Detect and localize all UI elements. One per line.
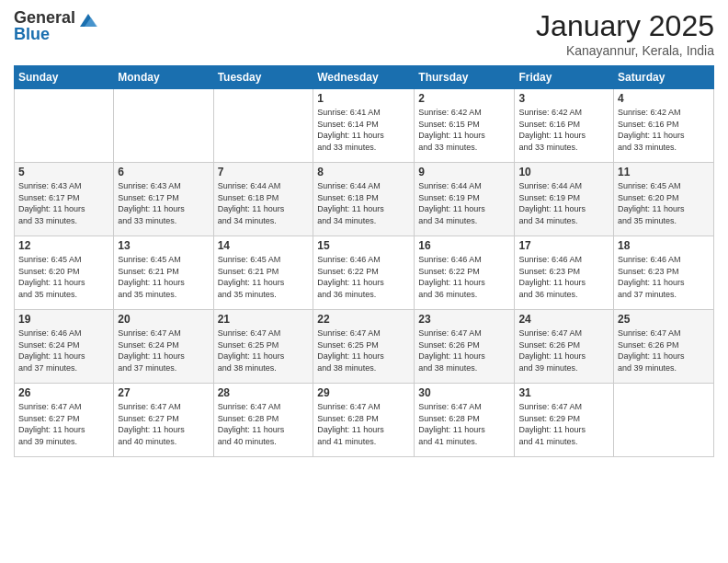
day-number: 22 (317, 313, 410, 326)
day-number: 16 (418, 239, 510, 252)
calendar-cell: 23Sunrise: 6:47 AM Sunset: 6:26 PM Dayli… (415, 310, 515, 384)
day-number: 28 (218, 386, 310, 399)
location: Kanayannur, Kerala, India (536, 43, 714, 58)
page: General Blue January 2025 Kanayannur, Ke… (0, 0, 728, 563)
calendar-cell (213, 89, 313, 163)
calendar-cell: 22Sunrise: 6:47 AM Sunset: 6:25 PM Dayli… (313, 310, 415, 384)
day-info: Sunrise: 6:47 AM Sunset: 6:26 PM Dayligh… (618, 327, 710, 373)
calendar-cell: 31Sunrise: 6:47 AM Sunset: 6:29 PM Dayli… (515, 384, 614, 457)
calendar-cell: 10Sunrise: 6:44 AM Sunset: 6:19 PM Dayli… (515, 163, 614, 236)
calendar-cell: 26Sunrise: 6:47 AM Sunset: 6:27 PM Dayli… (15, 384, 114, 457)
day-info: Sunrise: 6:47 AM Sunset: 6:24 PM Dayligh… (118, 327, 209, 373)
day-info: Sunrise: 6:42 AM Sunset: 6:15 PM Dayligh… (418, 107, 510, 153)
day-number: 25 (618, 313, 710, 326)
calendar-cell: 6Sunrise: 6:43 AM Sunset: 6:17 PM Daylig… (114, 163, 213, 236)
calendar-cell: 16Sunrise: 6:46 AM Sunset: 6:22 PM Dayli… (415, 236, 515, 310)
day-number: 18 (618, 239, 710, 252)
calendar-header-row: Sunday Monday Tuesday Wednesday Thursday… (15, 66, 714, 89)
day-info: Sunrise: 6:46 AM Sunset: 6:23 PM Dayligh… (518, 254, 609, 300)
day-info: Sunrise: 6:44 AM Sunset: 6:19 PM Dayligh… (518, 180, 609, 226)
calendar-cell (15, 89, 114, 163)
logo-blue: Blue (14, 26, 75, 42)
calendar-cell: 3Sunrise: 6:42 AM Sunset: 6:16 PM Daylig… (515, 89, 614, 163)
day-info: Sunrise: 6:44 AM Sunset: 6:18 PM Dayligh… (317, 180, 410, 226)
calendar-cell: 12Sunrise: 6:45 AM Sunset: 6:20 PM Dayli… (15, 236, 114, 310)
day-info: Sunrise: 6:47 AM Sunset: 6:26 PM Dayligh… (418, 327, 510, 373)
calendar-cell: 5Sunrise: 6:43 AM Sunset: 6:17 PM Daylig… (15, 163, 114, 236)
day-info: Sunrise: 6:45 AM Sunset: 6:21 PM Dayligh… (218, 254, 310, 300)
day-info: Sunrise: 6:47 AM Sunset: 6:27 PM Dayligh… (118, 401, 209, 447)
day-info: Sunrise: 6:47 AM Sunset: 6:27 PM Dayligh… (18, 401, 109, 447)
calendar-cell: 4Sunrise: 6:42 AM Sunset: 6:16 PM Daylig… (614, 89, 714, 163)
day-number: 7 (218, 166, 310, 178)
calendar-cell: 14Sunrise: 6:45 AM Sunset: 6:21 PM Dayli… (213, 236, 313, 310)
day-info: Sunrise: 6:45 AM Sunset: 6:20 PM Dayligh… (618, 180, 710, 226)
calendar: Sunday Monday Tuesday Wednesday Thursday… (14, 65, 714, 457)
calendar-cell: 27Sunrise: 6:47 AM Sunset: 6:27 PM Dayli… (114, 384, 213, 457)
month-title: January 2025 (536, 9, 714, 43)
logo-text: General Blue (14, 9, 75, 42)
logo: General Blue (14, 9, 98, 42)
day-info: Sunrise: 6:47 AM Sunset: 6:28 PM Dayligh… (418, 401, 510, 447)
day-number: 6 (118, 166, 209, 178)
title-area: January 2025 Kanayannur, Kerala, India (536, 9, 714, 58)
day-number: 8 (317, 166, 410, 178)
calendar-cell: 29Sunrise: 6:47 AM Sunset: 6:28 PM Dayli… (313, 384, 415, 457)
calendar-cell: 7Sunrise: 6:44 AM Sunset: 6:18 PM Daylig… (213, 163, 313, 236)
day-number: 30 (418, 386, 510, 399)
calendar-cell: 18Sunrise: 6:46 AM Sunset: 6:23 PM Dayli… (614, 236, 714, 310)
calendar-cell: 21Sunrise: 6:47 AM Sunset: 6:25 PM Dayli… (213, 310, 313, 384)
calendar-week-4: 26Sunrise: 6:47 AM Sunset: 6:27 PM Dayli… (15, 384, 714, 457)
day-info: Sunrise: 6:45 AM Sunset: 6:20 PM Dayligh… (18, 254, 109, 300)
calendar-week-0: 1Sunrise: 6:41 AM Sunset: 6:14 PM Daylig… (15, 89, 714, 163)
calendar-cell: 19Sunrise: 6:46 AM Sunset: 6:24 PM Dayli… (15, 310, 114, 384)
calendar-cell: 30Sunrise: 6:47 AM Sunset: 6:28 PM Dayli… (415, 384, 515, 457)
day-number: 24 (518, 313, 609, 326)
calendar-week-3: 19Sunrise: 6:46 AM Sunset: 6:24 PM Dayli… (15, 310, 714, 384)
day-info: Sunrise: 6:46 AM Sunset: 6:23 PM Dayligh… (618, 254, 710, 300)
day-info: Sunrise: 6:46 AM Sunset: 6:22 PM Dayligh… (317, 254, 410, 300)
day-number: 14 (218, 239, 310, 252)
col-friday: Friday (515, 66, 614, 89)
calendar-cell: 17Sunrise: 6:46 AM Sunset: 6:23 PM Dayli… (515, 236, 614, 310)
calendar-cell: 11Sunrise: 6:45 AM Sunset: 6:20 PM Dayli… (614, 163, 714, 236)
day-info: Sunrise: 6:47 AM Sunset: 6:25 PM Dayligh… (218, 327, 310, 373)
calendar-cell: 20Sunrise: 6:47 AM Sunset: 6:24 PM Dayli… (114, 310, 213, 384)
day-number: 4 (618, 92, 710, 105)
day-info: Sunrise: 6:47 AM Sunset: 6:26 PM Dayligh… (518, 327, 609, 373)
day-info: Sunrise: 6:42 AM Sunset: 6:16 PM Dayligh… (618, 107, 710, 153)
header: General Blue January 2025 Kanayannur, Ke… (14, 9, 714, 58)
day-number: 26 (18, 386, 109, 399)
day-info: Sunrise: 6:42 AM Sunset: 6:16 PM Dayligh… (518, 107, 609, 153)
col-thursday: Thursday (415, 66, 515, 89)
day-number: 21 (218, 313, 310, 326)
calendar-cell: 25Sunrise: 6:47 AM Sunset: 6:26 PM Dayli… (614, 310, 714, 384)
day-number: 19 (18, 313, 109, 326)
day-number: 3 (518, 92, 609, 105)
col-wednesday: Wednesday (313, 66, 415, 89)
calendar-week-2: 12Sunrise: 6:45 AM Sunset: 6:20 PM Dayli… (15, 236, 714, 310)
day-number: 13 (118, 239, 209, 252)
day-number: 10 (518, 166, 609, 178)
day-number: 5 (18, 166, 109, 178)
day-info: Sunrise: 6:43 AM Sunset: 6:17 PM Dayligh… (118, 180, 209, 226)
day-info: Sunrise: 6:43 AM Sunset: 6:17 PM Dayligh… (18, 180, 109, 226)
day-number: 15 (317, 239, 410, 252)
calendar-cell: 2Sunrise: 6:42 AM Sunset: 6:15 PM Daylig… (415, 89, 515, 163)
day-info: Sunrise: 6:47 AM Sunset: 6:25 PM Dayligh… (317, 327, 410, 373)
day-number: 31 (518, 386, 609, 399)
logo-icon (78, 10, 98, 34)
day-info: Sunrise: 6:46 AM Sunset: 6:22 PM Dayligh… (418, 254, 510, 300)
col-sunday: Sunday (15, 66, 114, 89)
calendar-cell (614, 384, 714, 457)
day-info: Sunrise: 6:46 AM Sunset: 6:24 PM Dayligh… (18, 327, 109, 373)
day-info: Sunrise: 6:47 AM Sunset: 6:29 PM Dayligh… (518, 401, 609, 447)
day-info: Sunrise: 6:47 AM Sunset: 6:28 PM Dayligh… (218, 401, 310, 447)
day-number: 12 (18, 239, 109, 252)
day-number: 1 (317, 92, 410, 105)
logo-general: General (14, 9, 75, 26)
calendar-cell: 13Sunrise: 6:45 AM Sunset: 6:21 PM Dayli… (114, 236, 213, 310)
calendar-cell: 28Sunrise: 6:47 AM Sunset: 6:28 PM Dayli… (213, 384, 313, 457)
day-number: 17 (518, 239, 609, 252)
day-number: 29 (317, 386, 410, 399)
